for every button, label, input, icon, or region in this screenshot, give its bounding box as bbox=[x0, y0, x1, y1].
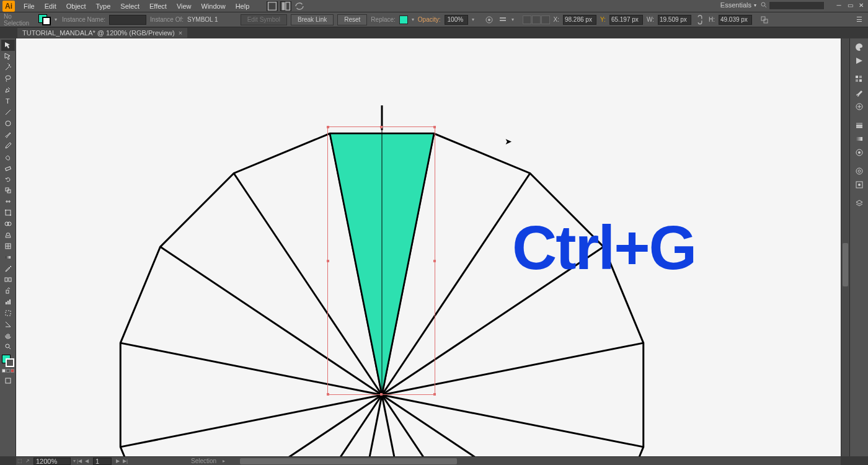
appearance-panel-icon[interactable] bbox=[851, 165, 867, 177]
instance-name-input[interactable] bbox=[109, 15, 146, 25]
reset-button[interactable]: Reset bbox=[337, 14, 367, 25]
direct-selection-tool[interactable] bbox=[1, 51, 15, 62]
maximize-button[interactable]: ▭ bbox=[844, 0, 856, 10]
gradient-tool[interactable] bbox=[1, 252, 15, 263]
transform-reference[interactable] bbox=[523, 16, 550, 24]
sync-icon[interactable] bbox=[294, 1, 305, 11]
artboard-number[interactable]: 1 bbox=[93, 458, 112, 465]
fill-stroke-swatch[interactable] bbox=[38, 14, 51, 25]
svg-line-43 bbox=[382, 395, 604, 456]
shape-tool[interactable] bbox=[1, 118, 15, 129]
lasso-tool[interactable] bbox=[1, 73, 15, 84]
transparency-panel-icon[interactable] bbox=[851, 146, 867, 159]
color-panel-icon[interactable] bbox=[851, 41, 867, 53]
horizontal-scrollbar[interactable] bbox=[228, 457, 841, 466]
free-transform-tool[interactable] bbox=[1, 207, 15, 218]
control-bar: No Selection ▾ Instance Name: Instance O… bbox=[0, 12, 868, 27]
control-menu-icon[interactable]: ☰ bbox=[854, 15, 864, 25]
menu-select[interactable]: Select bbox=[115, 0, 144, 12]
mesh-tool[interactable] bbox=[1, 241, 15, 252]
stroke-panel-icon[interactable] bbox=[851, 119, 867, 131]
first-artboard[interactable]: |◀ bbox=[76, 458, 83, 465]
vertical-scrollbar[interactable] bbox=[841, 38, 849, 456]
brushes-panel-icon[interactable] bbox=[851, 87, 867, 99]
menu-object[interactable]: Object bbox=[61, 0, 91, 12]
replace-swatch[interactable] bbox=[399, 16, 408, 24]
graph-tool[interactable] bbox=[1, 296, 15, 308]
w-input[interactable] bbox=[658, 15, 691, 25]
type-tool[interactable]: T bbox=[1, 95, 15, 107]
status-caret[interactable]: ▸ bbox=[220, 458, 228, 465]
shape-mode-icon[interactable] bbox=[760, 15, 769, 25]
slice-tool[interactable] bbox=[1, 319, 15, 330]
workspace-switcher[interactable]: Essentials▾ bbox=[720, 1, 756, 9]
menu-view[interactable]: View bbox=[172, 0, 197, 12]
swatches-panel-icon[interactable] bbox=[851, 73, 867, 86]
zoom-level[interactable]: 1200% bbox=[33, 458, 71, 465]
graphic-styles-icon[interactable] bbox=[851, 179, 867, 191]
menu-type[interactable]: Type bbox=[91, 0, 116, 12]
x-input[interactable] bbox=[563, 15, 596, 25]
h-input[interactable] bbox=[719, 15, 752, 25]
menu-window[interactable]: Window bbox=[197, 0, 231, 12]
edit-symbol-button[interactable]: Edit Symbol bbox=[241, 14, 287, 25]
svg-line-48 bbox=[160, 395, 382, 456]
scroll-thumb-h[interactable] bbox=[240, 458, 457, 464]
scale-tool[interactable] bbox=[1, 185, 15, 196]
eraser-tool[interactable] bbox=[1, 162, 15, 174]
svg-line-35 bbox=[9, 348, 11, 350]
status-export-icon[interactable]: ↗ bbox=[24, 458, 31, 465]
break-link-button[interactable]: Break Link bbox=[291, 14, 334, 25]
hand-tool[interactable] bbox=[1, 330, 15, 341]
close-button[interactable]: ✕ bbox=[856, 0, 867, 10]
zoom-tool[interactable] bbox=[1, 341, 15, 352]
recolor-icon[interactable] bbox=[484, 15, 494, 25]
symbols-panel-icon[interactable] bbox=[851, 100, 867, 113]
eyedropper-tool[interactable] bbox=[1, 263, 15, 274]
align-icon[interactable] bbox=[498, 15, 508, 25]
svg-rect-18 bbox=[6, 210, 11, 215]
search-input[interactable] bbox=[769, 1, 825, 10]
screen-mode-tool[interactable] bbox=[1, 375, 15, 386]
opacity-input[interactable] bbox=[445, 15, 468, 25]
y-input[interactable] bbox=[609, 15, 643, 25]
color-mode-row[interactable] bbox=[2, 369, 14, 373]
svg-point-11 bbox=[6, 76, 11, 79]
blob-brush-tool[interactable] bbox=[1, 151, 15, 162]
layers-panel-icon[interactable] bbox=[851, 197, 867, 210]
pen-tool[interactable] bbox=[1, 84, 15, 95]
link-wh-icon[interactable] bbox=[695, 15, 705, 25]
artboard-tool[interactable] bbox=[1, 308, 15, 319]
svg-line-4 bbox=[765, 6, 767, 8]
shape-builder-tool[interactable] bbox=[1, 218, 15, 229]
gradient-panel-icon[interactable] bbox=[851, 133, 867, 145]
canvas[interactable]: Ctrl+G ➤ bbox=[16, 38, 841, 456]
status-icon[interactable]: ⬚ bbox=[16, 458, 24, 465]
perspective-tool[interactable] bbox=[1, 229, 15, 241]
layout-btn[interactable] bbox=[267, 1, 278, 11]
color-guide-icon[interactable] bbox=[851, 55, 867, 67]
svg-rect-28 bbox=[9, 278, 11, 281]
menu-effect[interactable]: Effect bbox=[144, 0, 172, 12]
symbol-sprayer-tool[interactable] bbox=[1, 285, 15, 296]
width-tool[interactable] bbox=[1, 196, 15, 207]
rotate-tool[interactable] bbox=[1, 174, 15, 185]
magic-wand-tool[interactable] bbox=[1, 62, 15, 73]
blend-tool[interactable] bbox=[1, 274, 15, 285]
menu-help[interactable]: Help bbox=[231, 0, 255, 12]
prev-artboard[interactable]: ◀ bbox=[83, 458, 91, 465]
document-tab[interactable]: TUTORIAL_MANDALA* @ 1200% (RGB/Preview) … bbox=[17, 28, 187, 38]
arrange-btn[interactable] bbox=[280, 1, 291, 11]
line-tool[interactable] bbox=[1, 107, 15, 118]
minimize-button[interactable]: ─ bbox=[833, 0, 844, 10]
selection-tool[interactable] bbox=[1, 40, 15, 51]
menu-edit[interactable]: Edit bbox=[40, 0, 61, 12]
pencil-tool[interactable] bbox=[1, 140, 15, 151]
scroll-thumb[interactable] bbox=[843, 243, 848, 286]
paintbrush-tool[interactable] bbox=[1, 129, 15, 140]
fill-stroke-tool[interactable] bbox=[2, 355, 14, 367]
next-artboard[interactable]: ▶ bbox=[114, 458, 122, 465]
tab-close-icon[interactable]: × bbox=[179, 29, 182, 37]
menu-file[interactable]: File bbox=[19, 0, 40, 12]
last-artboard[interactable]: ▶| bbox=[122, 458, 129, 465]
